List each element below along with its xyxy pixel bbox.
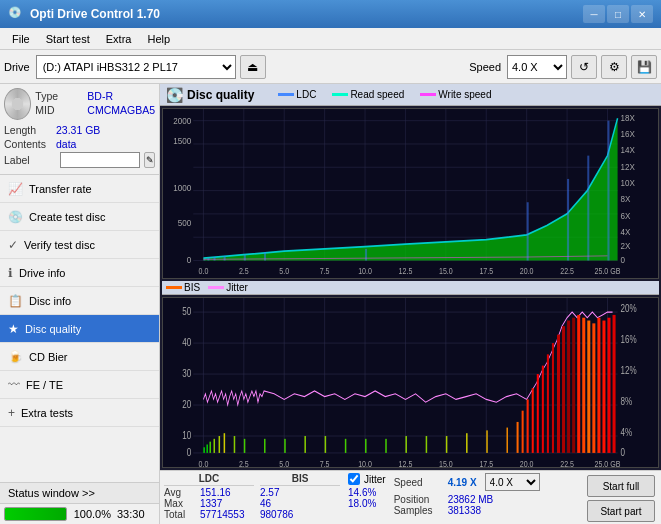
- svg-rect-129: [572, 318, 575, 453]
- bis-avg: 2.57: [260, 487, 279, 498]
- mid-value: CMCMAGBA5: [87, 104, 155, 116]
- settings-button[interactable]: ⚙: [601, 55, 627, 79]
- main-container: Type BD-R MID CMCMAGBA5 Length 23.31 GB …: [0, 84, 661, 524]
- svg-rect-102: [224, 433, 226, 453]
- svg-rect-104: [244, 439, 246, 453]
- sidebar-item-verify-test-disc[interactable]: ✓ Verify test disc: [0, 231, 159, 259]
- svg-text:6X: 6X: [621, 210, 631, 221]
- type-value: BD-R: [87, 90, 113, 102]
- total-label: Total: [164, 509, 196, 520]
- legend-ldc-label: LDC: [296, 89, 316, 100]
- status-window-button[interactable]: Status window >>: [0, 482, 159, 503]
- maximize-button[interactable]: □: [607, 5, 629, 23]
- svg-text:15.0: 15.0: [439, 458, 453, 467]
- svg-text:16X: 16X: [621, 128, 636, 139]
- drive-info-icon: ℹ: [8, 266, 13, 280]
- speed-key: Speed: [394, 477, 444, 488]
- contents-label: Contents: [4, 138, 56, 150]
- start-part-button[interactable]: Start part: [587, 500, 655, 522]
- legend-bis-label: BIS: [184, 282, 200, 293]
- position-val: 23862 MB: [448, 494, 494, 505]
- svg-text:50: 50: [182, 305, 191, 318]
- svg-text:0: 0: [187, 445, 192, 458]
- progress-area: 100.0% 33:30: [0, 503, 159, 524]
- transfer-rate-label: Transfer rate: [29, 183, 92, 195]
- svg-text:22.5: 22.5: [560, 458, 574, 467]
- sidebar-item-cd-bier[interactable]: 🍺 CD Bier: [0, 343, 159, 371]
- svg-rect-134: [597, 318, 600, 453]
- speed-dropdown[interactable]: 4.0 X: [485, 473, 540, 491]
- svg-text:10X: 10X: [621, 177, 636, 188]
- svg-rect-112: [405, 436, 407, 453]
- svg-text:18X: 18X: [621, 112, 636, 123]
- bis-max: 46: [260, 498, 271, 509]
- svg-rect-110: [365, 439, 367, 453]
- legend-write-speed: Write speed: [420, 89, 491, 100]
- sidebar-item-disc-quality[interactable]: ★ Disc quality: [0, 315, 159, 343]
- svg-text:7.5: 7.5: [320, 458, 330, 467]
- ldc-total: 57714553: [200, 509, 245, 520]
- menu-extra[interactable]: Extra: [98, 28, 140, 49]
- svg-text:0: 0: [621, 445, 626, 458]
- svg-text:20.0: 20.0: [520, 458, 534, 467]
- menu-file[interactable]: File: [4, 28, 38, 49]
- disc-info-label: Disc info: [29, 295, 71, 307]
- window-controls: ─ □ ✕: [583, 5, 653, 23]
- svg-text:2000: 2000: [173, 116, 191, 127]
- svg-text:4%: 4%: [621, 426, 633, 439]
- svg-text:12X: 12X: [621, 161, 636, 172]
- svg-rect-115: [466, 433, 468, 453]
- sidebar-item-transfer-rate[interactable]: 📈 Transfer rate: [0, 175, 159, 203]
- sidebar-item-create-test-disc[interactable]: 💿 Create test disc: [0, 203, 159, 231]
- svg-rect-111: [385, 439, 387, 453]
- app-title: Opti Drive Control 1.70: [30, 7, 583, 21]
- svg-rect-130: [577, 315, 580, 453]
- svg-rect-48: [224, 256, 226, 261]
- toolbar: Drive (D:) ATAPI iHBS312 2 PL17 ⏏ Speed …: [0, 50, 661, 84]
- svg-text:17.5: 17.5: [479, 267, 493, 277]
- disc-label-button[interactable]: ✎: [144, 152, 155, 168]
- svg-rect-97: [203, 447, 205, 453]
- disc-info-icon: 📋: [8, 294, 23, 308]
- jitter-stats: Jitter 14.6% 18.0%: [340, 473, 386, 509]
- svg-text:10.0: 10.0: [358, 458, 372, 467]
- save-button[interactable]: 💾: [631, 55, 657, 79]
- max-label: Max: [164, 498, 196, 509]
- menu-help[interactable]: Help: [139, 28, 178, 49]
- bis-stats: BIS 2.57 46 980786: [260, 473, 340, 520]
- svg-text:20%: 20%: [621, 302, 637, 315]
- nav-section: 📈 Transfer rate 💿 Create test disc ✓ Ver…: [0, 175, 159, 482]
- svg-text:12.5: 12.5: [399, 267, 413, 277]
- disc-icon: [4, 88, 31, 120]
- extra-tests-icon: +: [8, 406, 15, 420]
- sidebar-item-fe-te[interactable]: 〰 FE / TE: [0, 371, 159, 399]
- svg-text:500: 500: [178, 217, 192, 228]
- sidebar-item-drive-info[interactable]: ℹ Drive info: [0, 259, 159, 287]
- sidebar: Type BD-R MID CMCMAGBA5 Length 23.31 GB …: [0, 84, 160, 524]
- jitter-header-label: Jitter: [364, 474, 386, 485]
- svg-rect-51: [365, 249, 367, 261]
- top-chart-svg: 2000 1500 1000 500 0 18X 16X 14X 12X 10X…: [163, 109, 658, 278]
- length-value: 23.31 GB: [56, 124, 100, 136]
- svg-rect-49: [244, 255, 246, 261]
- svg-rect-121: [532, 388, 534, 453]
- sidebar-item-extra-tests[interactable]: + Extra tests: [0, 399, 159, 427]
- refresh-button[interactable]: ↺: [571, 55, 597, 79]
- minimize-button[interactable]: ─: [583, 5, 605, 23]
- verify-disc-label: Verify test disc: [24, 239, 95, 251]
- start-full-button[interactable]: Start full: [587, 475, 655, 497]
- disc-label-input[interactable]: [60, 152, 140, 168]
- menu-start-test[interactable]: Start test: [38, 28, 98, 49]
- close-button[interactable]: ✕: [631, 5, 653, 23]
- progress-percent: 100.0%: [73, 508, 111, 520]
- speed-select[interactable]: 4.0 X: [507, 55, 567, 79]
- svg-rect-131: [582, 318, 585, 453]
- svg-rect-122: [537, 374, 539, 453]
- type-label: Type: [35, 90, 87, 102]
- svg-rect-54: [587, 156, 589, 261]
- drive-select[interactable]: (D:) ATAPI iHBS312 2 PL17: [36, 55, 236, 79]
- jitter-checkbox[interactable]: [348, 473, 360, 485]
- sidebar-item-disc-info[interactable]: 📋 Disc info: [0, 287, 159, 315]
- eject-button[interactable]: ⏏: [240, 55, 266, 79]
- svg-text:15.0: 15.0: [439, 267, 453, 277]
